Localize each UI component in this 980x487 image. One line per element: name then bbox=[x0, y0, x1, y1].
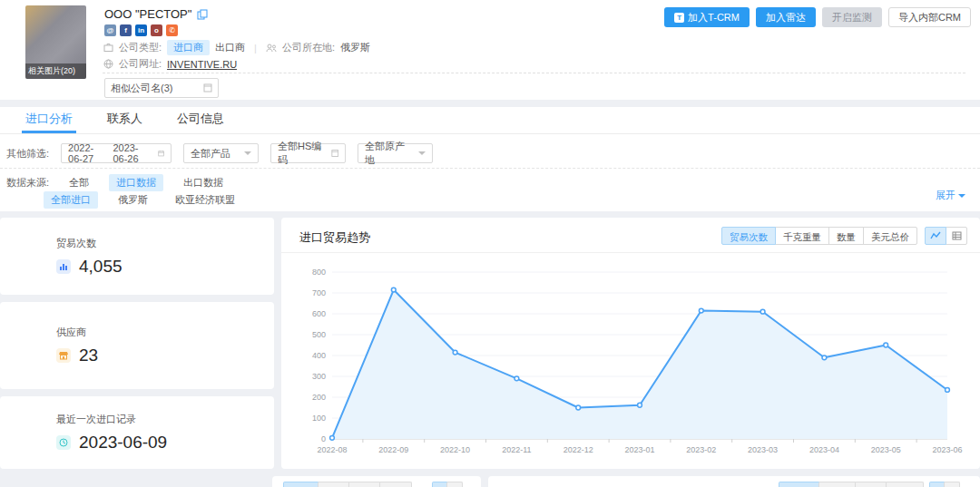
website-link[interactable]: INVENTIVE.RU bbox=[167, 59, 237, 70]
add-tcrm-label: 加入T-CRM bbox=[688, 11, 740, 24]
add-radar-button[interactable]: 加入雷达 bbox=[756, 7, 816, 27]
globe-icon bbox=[103, 59, 113, 69]
company-name: OOO "PECTOP" bbox=[104, 7, 191, 21]
import-trend-panel: 进口贸易趋势 贸易次数 千克重量 数量 美元总价 010020030040050… bbox=[281, 218, 980, 469]
product-select[interactable]: 全部产品 bbox=[183, 143, 259, 163]
product-select-value: 全部产品 bbox=[191, 147, 230, 161]
location-value: 俄罗斯 bbox=[340, 41, 370, 54]
phone-icon[interactable]: ✆ bbox=[166, 24, 178, 36]
tab-contacts[interactable]: 联系人 bbox=[107, 107, 142, 133]
stat-label: 供应商 bbox=[56, 326, 274, 339]
stat-label: 贸易次数 bbox=[56, 237, 274, 250]
header-actions: T 加入T-CRM 加入雷达 开启监测 导入内部CRM bbox=[664, 7, 971, 27]
similar-company-label: 相似公司名(3) bbox=[111, 82, 172, 95]
start-monitor-button[interactable]: 开启监测 bbox=[822, 7, 882, 27]
company-header: 相关图片(20) OOO "PECTOP" @ f in o ✆ 公司类型: 进… bbox=[0, 0, 980, 100]
stat-value: 4,055 bbox=[79, 257, 122, 277]
segmented-button-sliver[interactable] bbox=[779, 482, 820, 487]
segmented-button-sliver[interactable] bbox=[855, 482, 887, 487]
expand-toggle[interactable]: 展开 bbox=[936, 189, 965, 202]
segmented-button-sliver[interactable] bbox=[318, 482, 350, 487]
exporter-tag[interactable]: 出口商 bbox=[215, 41, 245, 54]
bar-chart-icon bbox=[56, 259, 71, 274]
svg-text:2023-04: 2023-04 bbox=[809, 445, 839, 454]
svg-text:600: 600 bbox=[312, 309, 326, 318]
tab-company-info[interactable]: 公司信息 bbox=[177, 107, 224, 133]
svg-text:2022-12: 2022-12 bbox=[564, 445, 593, 454]
source-all-import[interactable]: 全部进口 bbox=[44, 191, 98, 209]
origin-select[interactable]: 全部原产地 bbox=[358, 143, 433, 163]
calendar-icon bbox=[158, 149, 164, 158]
import-crm-label: 导入内部CRM bbox=[898, 11, 961, 24]
chevron-down-icon bbox=[418, 151, 426, 155]
facebook-icon[interactable]: f bbox=[120, 24, 132, 36]
view-button-sliver[interactable] bbox=[446, 482, 463, 487]
vk-icon[interactable]: @ bbox=[104, 24, 116, 36]
clock-icon bbox=[56, 435, 71, 450]
importer-tag[interactable]: 进口商 bbox=[167, 40, 210, 55]
view-button-sliver[interactable] bbox=[944, 482, 960, 487]
related-images-label[interactable]: 相关图片(20) bbox=[25, 63, 86, 79]
date-start[interactable]: 2022-06-27 bbox=[68, 142, 105, 164]
source-all[interactable]: 全部 bbox=[62, 174, 96, 191]
bottom-left-panel bbox=[272, 476, 481, 487]
tab-bar: 进口分析 联系人 公司信息 bbox=[0, 107, 980, 134]
line-chart-icon[interactable] bbox=[925, 227, 946, 245]
hs-code-value: 全部HS编码 bbox=[278, 140, 323, 167]
stat-card-trade-count: 贸易次数 4,055 bbox=[0, 218, 274, 295]
svg-text:300: 300 bbox=[312, 372, 326, 381]
svg-text:400: 400 bbox=[312, 351, 326, 360]
segmented-button-sliver[interactable] bbox=[818, 482, 857, 487]
trend-chart-svg[interactable]: 01002003004005006007008002022-082022-092… bbox=[290, 258, 971, 464]
linkedin-icon[interactable]: in bbox=[135, 24, 147, 36]
import-crm-button[interactable]: 导入内部CRM bbox=[888, 7, 971, 27]
stat-card-last-import: 最近一次进口记录 2023-06-09 bbox=[0, 396, 274, 469]
view-toggle-group bbox=[925, 227, 967, 245]
location-label: 公司所在地: bbox=[282, 41, 335, 54]
chevron-down-icon bbox=[958, 194, 965, 198]
segmented-button-sliver[interactable] bbox=[379, 482, 412, 487]
hs-code-select[interactable]: 全部HS编码 bbox=[270, 143, 346, 163]
stat-value: 2023-06-09 bbox=[79, 433, 167, 453]
date-range-picker[interactable]: 2022-06-27 2023-06-26 bbox=[61, 143, 172, 163]
copy-icon[interactable] bbox=[197, 9, 208, 20]
page: 相关图片(20) OOO "PECTOP" @ f in o ✆ 公司类型: 进… bbox=[0, 0, 980, 487]
location-icon bbox=[266, 43, 277, 53]
panel-title: 进口贸易趋势 bbox=[299, 229, 370, 246]
tab-import-analysis[interactable]: 进口分析 bbox=[25, 107, 73, 133]
svg-text:2023-01: 2023-01 bbox=[624, 445, 654, 454]
source-russia[interactable]: 俄罗斯 bbox=[111, 191, 155, 209]
metric-kg-weight[interactable]: 千克重量 bbox=[775, 227, 829, 245]
source-eaeu[interactable]: 欧亚经济联盟 bbox=[168, 191, 242, 209]
metric-toggle-group: 贸易次数 千克重量 数量 美元总价 bbox=[721, 227, 917, 245]
website-label: 公司网址: bbox=[119, 57, 162, 71]
svg-text:800: 800 bbox=[312, 268, 326, 277]
source-export[interactable]: 出口数据 bbox=[176, 174, 230, 191]
source-import[interactable]: 进口数据 bbox=[109, 174, 163, 191]
company-type-icon bbox=[103, 43, 113, 53]
expand-label: 展开 bbox=[936, 189, 956, 202]
instagram-icon[interactable]: o bbox=[151, 24, 162, 36]
svg-text:2022-11: 2022-11 bbox=[502, 445, 531, 454]
metric-usd-total[interactable]: 美元总价 bbox=[863, 227, 917, 245]
company-photo[interactable]: 相关图片(20) bbox=[25, 5, 86, 79]
table-icon[interactable] bbox=[946, 227, 967, 245]
svg-text:2023-03: 2023-03 bbox=[748, 445, 778, 454]
add-radar-label: 加入雷达 bbox=[766, 11, 806, 24]
chevron-down-icon bbox=[244, 151, 251, 155]
metric-quantity[interactable]: 数量 bbox=[828, 227, 864, 245]
svg-text:2022-09: 2022-09 bbox=[378, 445, 408, 454]
svg-text:700: 700 bbox=[312, 288, 326, 297]
svg-text:2022-10: 2022-10 bbox=[440, 445, 470, 454]
add-tcrm-button[interactable]: T 加入T-CRM bbox=[664, 7, 750, 27]
shop-icon bbox=[56, 348, 71, 363]
divider bbox=[0, 168, 980, 169]
segmented-button-sliver[interactable] bbox=[886, 482, 924, 487]
date-end[interactable]: 2023-06-26 bbox=[113, 142, 150, 164]
segmented-button-sliver[interactable] bbox=[348, 482, 381, 487]
metric-trade-count[interactable]: 贸易次数 bbox=[721, 227, 776, 245]
filter-bar: 其他筛选: 2022-06-27 2023-06-26 全部产品 全部HS编码 … bbox=[6, 143, 433, 163]
similar-company-select[interactable]: 相似公司名(3) bbox=[104, 78, 219, 98]
segmented-button-sliver[interactable] bbox=[283, 482, 319, 487]
stat-label: 最近一次进口记录 bbox=[56, 413, 274, 426]
